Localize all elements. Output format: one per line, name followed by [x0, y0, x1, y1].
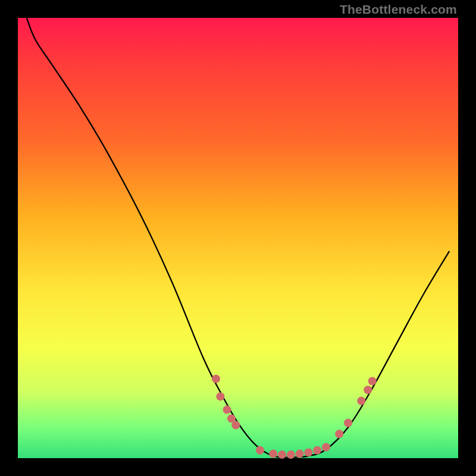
scatter-dot	[269, 450, 277, 458]
scatter-dot	[296, 450, 304, 458]
scatter-dot	[278, 450, 286, 459]
scatter-dot	[322, 443, 330, 452]
scatter-dot	[368, 377, 377, 386]
scatter-dot	[304, 448, 312, 456]
scatter-dots	[212, 375, 377, 459]
scatter-dot	[256, 446, 264, 455]
attribution-label: TheBottleneck.com	[340, 2, 457, 17]
scatter-dot	[357, 397, 365, 405]
scatter-dot	[231, 421, 240, 430]
scatter-dot	[212, 375, 220, 383]
plot-area	[18, 18, 458, 458]
scatter-dot	[287, 450, 295, 459]
scatter-dot	[216, 392, 224, 400]
scatter-dot	[223, 406, 231, 414]
scatter-dot	[344, 419, 352, 427]
scatter-dot	[313, 446, 321, 455]
chart-stage: TheBottleneck.com	[0, 0, 476, 476]
chart-svg	[18, 18, 458, 458]
scatter-dot	[335, 430, 343, 438]
scatter-dot	[364, 386, 372, 394]
bottleneck-curve	[27, 18, 449, 458]
